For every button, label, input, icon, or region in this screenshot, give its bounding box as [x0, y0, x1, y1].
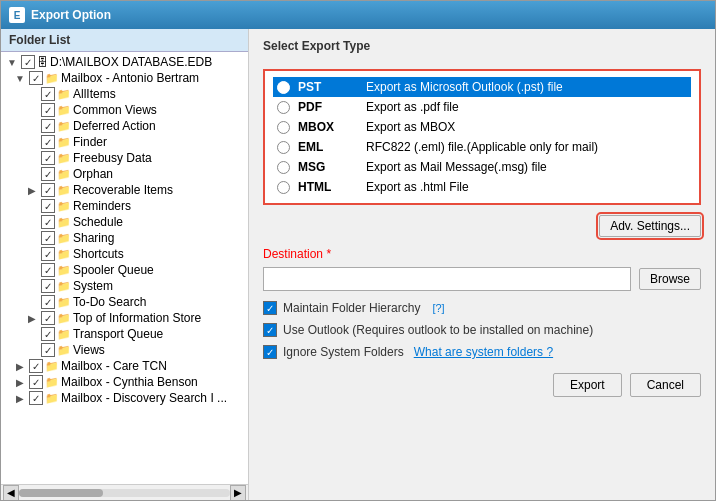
maintain-hierarchy-row: Maintain Folder Hierarchy [?] — [263, 301, 701, 315]
system-folders-link[interactable]: What are system folders ? — [414, 345, 553, 359]
export-type-html[interactable]: HTML Export as .html File — [273, 177, 691, 197]
ignore-system-checkbox[interactable] — [263, 345, 277, 359]
checkbox-orphan[interactable] — [41, 167, 55, 181]
radio-html[interactable] — [277, 181, 290, 194]
export-type-msg[interactable]: MSG Export as Mail Message(.msg) file — [273, 157, 691, 177]
expand-mailbox2[interactable]: ▶ — [13, 361, 27, 372]
tree-schedule[interactable]: ▶ 📁 Schedule — [1, 214, 248, 230]
window-icon: E — [9, 7, 25, 23]
export-type-pdf[interactable]: PDF Export as .pdf file — [273, 97, 691, 117]
radio-eml[interactable] — [277, 141, 290, 154]
checkbox-topinfo[interactable] — [41, 311, 55, 325]
ignore-system-row: Ignore System Folders What are system fo… — [263, 345, 701, 359]
radio-mbox[interactable] — [277, 121, 290, 134]
tree-todo[interactable]: ▶ 📁 To-Do Search — [1, 294, 248, 310]
checkbox-system[interactable] — [41, 279, 55, 293]
expand-spooler: ▶ — [25, 265, 39, 276]
cancel-button[interactable]: Cancel — [630, 373, 701, 397]
radio-pdf[interactable] — [277, 101, 290, 114]
system-label: System — [73, 279, 113, 293]
folder-icon: 📁 — [57, 168, 71, 181]
use-outlook-checkbox[interactable] — [263, 323, 277, 337]
expand-system: ▶ — [25, 281, 39, 292]
tree-mailbox1[interactable]: ▼ 📁 Mailbox - Antonio Bertram — [1, 70, 248, 86]
checkbox-views[interactable] — [41, 343, 55, 357]
checkbox-freebusy[interactable] — [41, 151, 55, 165]
expand-reminders: ▶ — [25, 201, 39, 212]
export-type-pst[interactable]: PST Export as Microsoft Outlook (.pst) f… — [273, 77, 691, 97]
window-title: Export Option — [31, 8, 111, 22]
checkbox-mailbox2[interactable] — [29, 359, 43, 373]
export-button[interactable]: Export — [553, 373, 622, 397]
tree-views[interactable]: ▶ 📁 Views — [1, 342, 248, 358]
checkbox-schedule[interactable] — [41, 215, 55, 229]
folder-tree[interactable]: ▼ 🗄 D:\MAILBOX DATABASE.EDB ▼ 📁 Mailbox … — [1, 52, 248, 484]
checkbox-todo[interactable] — [41, 295, 55, 309]
tree-finder[interactable]: ▶ 📁 Finder — [1, 134, 248, 150]
maintain-hierarchy-checkbox[interactable] — [263, 301, 277, 315]
checkbox-mailbox3[interactable] — [29, 375, 43, 389]
checkbox-mailbox1[interactable] — [29, 71, 43, 85]
folder-icon: 📁 — [57, 120, 71, 133]
checkbox-spooler[interactable] — [41, 263, 55, 277]
checkbox-allitems[interactable] — [41, 87, 55, 101]
required-asterisk: * — [326, 247, 331, 261]
tree-topinfo[interactable]: ▶ 📁 Top of Information Store — [1, 310, 248, 326]
checkbox-reminders[interactable] — [41, 199, 55, 213]
checkbox-mailbox4[interactable] — [29, 391, 43, 405]
checkbox-recoverable[interactable] — [41, 183, 55, 197]
destination-input[interactable] — [263, 267, 631, 291]
scroll-track[interactable] — [19, 489, 230, 497]
checkbox-sharing[interactable] — [41, 231, 55, 245]
expand-mailbox3[interactable]: ▶ — [13, 377, 27, 388]
mailbox-icon: 📁 — [45, 376, 59, 389]
radio-msg[interactable] — [277, 161, 290, 174]
mailbox1-label: Mailbox - Antonio Bertram — [61, 71, 199, 85]
pdf-name: PDF — [298, 100, 358, 114]
bottom-buttons: Export Cancel — [263, 369, 701, 397]
tree-reminders[interactable]: ▶ 📁 Reminders — [1, 198, 248, 214]
folder-icon: 📁 — [57, 232, 71, 245]
adv-settings-button[interactable]: Adv. Settings... — [599, 215, 701, 237]
tree-system[interactable]: ▶ 📁 System — [1, 278, 248, 294]
tree-transport[interactable]: ▶ 📁 Transport Queue — [1, 326, 248, 342]
tree-deferred[interactable]: ▶ 📁 Deferred Action — [1, 118, 248, 134]
expand-topinfo[interactable]: ▶ — [25, 313, 39, 324]
tree-commonviews[interactable]: ▶ 📁 Common Views — [1, 102, 248, 118]
transport-label: Transport Queue — [73, 327, 163, 341]
checkbox-deferred[interactable] — [41, 119, 55, 133]
scroll-left-btn[interactable]: ◀ — [3, 485, 19, 501]
horizontal-scrollbar[interactable]: ◀ ▶ — [1, 484, 248, 500]
tree-spooler[interactable]: ▶ 📁 Spooler Queue — [1, 262, 248, 278]
checkbox-commonviews[interactable] — [41, 103, 55, 117]
tree-recoverable[interactable]: ▶ 📁 Recoverable Items — [1, 182, 248, 198]
checkbox-root[interactable] — [21, 55, 35, 69]
expand-views: ▶ — [25, 345, 39, 356]
tree-orphan[interactable]: ▶ 📁 Orphan — [1, 166, 248, 182]
export-type-eml[interactable]: EML RFC822 (.eml) file.(Applicable only … — [273, 137, 691, 157]
export-type-mbox[interactable]: MBOX Export as MBOX — [273, 117, 691, 137]
tree-mailbox3[interactable]: ▶ 📁 Mailbox - Cynthia Benson — [1, 374, 248, 390]
expand-mailbox1[interactable]: ▼ — [13, 73, 27, 84]
tree-root[interactable]: ▼ 🗄 D:\MAILBOX DATABASE.EDB — [1, 54, 248, 70]
expand-recoverable[interactable]: ▶ — [25, 185, 39, 196]
expand-root[interactable]: ▼ — [5, 57, 19, 68]
checkbox-shortcuts[interactable] — [41, 247, 55, 261]
checkbox-transport[interactable] — [41, 327, 55, 341]
expand-mailbox4[interactable]: ▶ — [13, 393, 27, 404]
tree-shortcuts[interactable]: ▶ 📁 Shortcuts — [1, 246, 248, 262]
db-icon: 🗄 — [37, 56, 48, 68]
mailbox2-label: Mailbox - Care TCN — [61, 359, 167, 373]
folder-icon: 📁 — [57, 344, 71, 357]
scroll-right-btn[interactable]: ▶ — [230, 485, 246, 501]
finder-label: Finder — [73, 135, 107, 149]
tree-sharing[interactable]: ▶ 📁 Sharing — [1, 230, 248, 246]
tree-mailbox2[interactable]: ▶ 📁 Mailbox - Care TCN — [1, 358, 248, 374]
radio-pst[interactable] — [277, 81, 290, 94]
tree-freebusy[interactable]: ▶ 📁 Freebusy Data — [1, 150, 248, 166]
browse-button[interactable]: Browse — [639, 268, 701, 290]
tree-allitems[interactable]: ▶ 📁 AllItems — [1, 86, 248, 102]
checkbox-finder[interactable] — [41, 135, 55, 149]
tree-mailbox4[interactable]: ▶ 📁 Mailbox - Discovery Search I ... — [1, 390, 248, 406]
maintain-hierarchy-help[interactable]: [?] — [432, 302, 444, 314]
